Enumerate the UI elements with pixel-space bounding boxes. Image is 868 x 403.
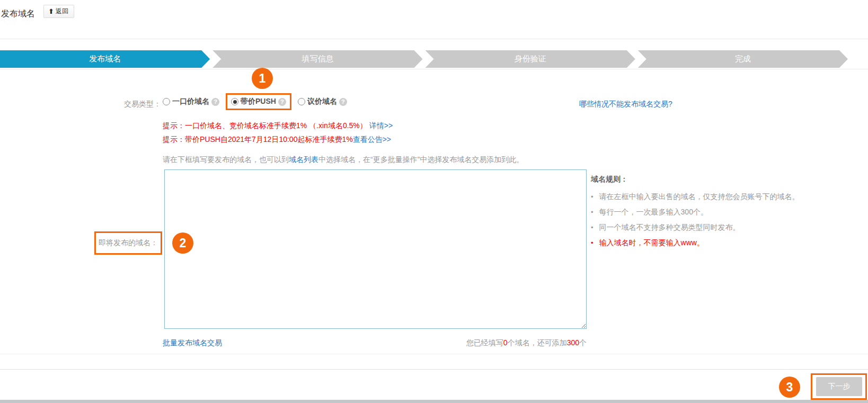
wizard-steps: 发布域名 填写信息 身份验证 完成 (0, 50, 848, 68)
radio-unchecked-icon[interactable] (163, 98, 170, 105)
batch-publish-link[interactable]: 批量发布域名交易 (163, 338, 222, 348)
annotation-box-next-button (811, 373, 867, 400)
header-divider (0, 39, 868, 39)
help-icon[interactable]: ? (211, 98, 219, 106)
rule-item-warning: •输入域名时，不需要输入www。 (591, 235, 832, 250)
rule-item: •请在左框中输入要出售的域名，仅支持您会员账号下的域名。 (591, 189, 832, 204)
fee-hint-1: 提示：一口价域名、竞价域名标准手续费1% （.xin域名0.5%） 详情>> (163, 121, 393, 131)
instruction-text: 请在下框填写要发布的域名，也可以到域名列表中选择域名，在“更多批量操作”中选择发… (163, 155, 524, 165)
step-publish-domain: 发布域名 (0, 50, 210, 68)
bullet-icon: • (591, 239, 594, 247)
faq-link[interactable]: 哪些情况不能发布域名交易? (579, 100, 672, 109)
radio-option-negotiable-price[interactable]: 议价域名 ? (298, 97, 347, 106)
rule-item: •每行一个，一次最多输入300个。 (591, 204, 832, 220)
detail-link[interactable]: 详情>> (369, 121, 393, 130)
radio-unchecked-icon[interactable] (298, 98, 305, 105)
radio-checked-icon[interactable] (231, 98, 238, 105)
annotation-badge-2: 2 (172, 232, 193, 254)
step-identity-verify: 身份验证 (426, 50, 635, 68)
step-complete: 完成 (638, 50, 848, 68)
footer-divider (0, 369, 868, 370)
announcement-link[interactable]: 查看公告>> (353, 135, 391, 144)
annotation-box-domain-label: 即将发布的域名： (94, 231, 162, 255)
bottom-scroll-strip (0, 400, 868, 403)
step-fill-info: 填写信息 (212, 50, 422, 68)
rules-list: •请在左框中输入要出售的域名，仅支持您会员账号下的域名。 •每行一个，一次最多输… (591, 189, 832, 250)
domain-names-textarea[interactable] (164, 169, 587, 329)
annotation-badge-3: 3 (779, 377, 800, 398)
help-icon[interactable]: ? (278, 98, 286, 106)
back-button[interactable]: ⬆ 返回 (43, 5, 74, 18)
back-button-label: 返回 (56, 7, 68, 16)
domain-rules-panel: 域名规则： •请在左框中输入要出售的域名，仅支持您会员账号下的域名。 •每行一个… (591, 175, 832, 250)
bullet-icon: • (591, 193, 594, 201)
page-title: 发布域名 (1, 8, 35, 20)
rule-item: •同一个域名不支持多种交易类型同时发布。 (591, 220, 832, 235)
rules-title: 域名规则： (591, 175, 832, 184)
domain-names-label: 即将发布的域名： (99, 238, 158, 248)
domain-counter: 您已经填写0个域名，还可添加300个 (217, 338, 587, 348)
arrow-up-icon: ⬆ (48, 8, 54, 15)
bullet-icon: • (591, 208, 594, 216)
radio-option-fixed-price[interactable]: 一口价域名 ? (163, 97, 219, 106)
bullet-icon: • (591, 223, 594, 231)
annotation-badge-1: 1 (252, 68, 273, 89)
filled-count: 0 (503, 338, 508, 347)
help-icon[interactable]: ? (339, 98, 347, 106)
content-divider (0, 354, 868, 354)
domain-list-link[interactable]: 域名列表 (289, 155, 318, 164)
radio-option-push-with-price[interactable]: 带价PUSH ? (226, 93, 291, 110)
fee-hint-2: 提示：带价PUSH自2021年7月12日10:00起标准手续费1%查看公告>> (163, 135, 391, 145)
publish-domain-page: 发布域名 ⬆ 返回 发布域名 填写信息 身份验证 完成 交易类型： 一口价域名 … (0, 0, 868, 403)
trade-type-label: 交易类型： (110, 100, 161, 109)
trade-type-options: 一口价域名 ? 带价PUSH ? 议价域名 ? (163, 93, 347, 111)
steps-divider (0, 69, 868, 69)
remaining-count: 300 (567, 338, 579, 347)
